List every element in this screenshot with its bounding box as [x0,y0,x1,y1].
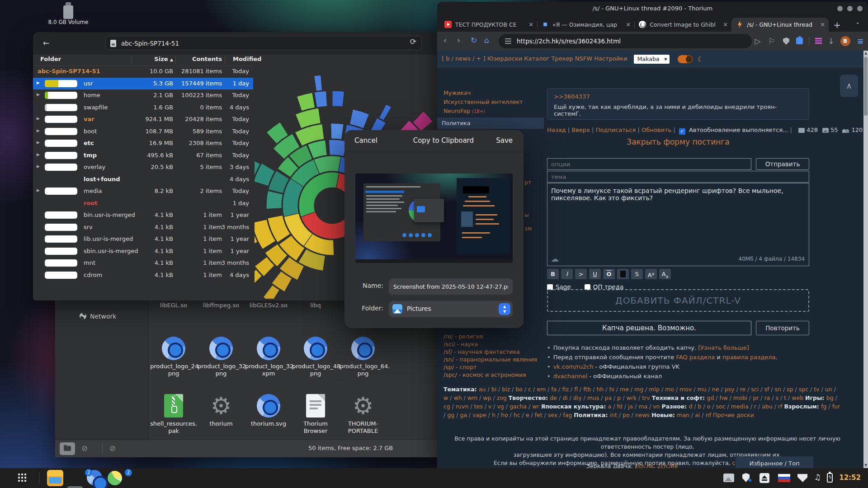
favorites-button[interactable]: Избранное / Топ тредов⟳ [736,456,813,468]
board-link[interactable]: spc [799,386,808,393]
board-link[interactable]: sf [764,386,769,393]
board-link[interactable]: int [610,412,617,418]
board-link[interactable]: mov [679,386,692,393]
analyzer-row-usr[interactable]: ▶usr5.3 GB157449 items1 day [33,78,253,90]
board-link[interactable]: wr [532,403,539,410]
analyzer-row-root[interactable]: root1 day [33,197,253,210]
style-select[interactable]: Makaba [634,55,670,64]
board-link[interactable]: re [740,386,746,393]
browser-tab-4[interactable]: /s/ - GNU+Linux thread✕ [731,18,829,32]
sidebar-board-link[interactable]: Искусственный интеллект [443,99,523,105]
file-label-partial[interactable]: libGLESv2.so [245,302,292,309]
file-item[interactable]: ⚙THORIUM-PORTABLE [340,394,387,435]
tray-eject-icon[interactable] [760,473,769,483]
profile-avatar[interactable]: B [840,36,850,46]
cancel-button[interactable]: Cancel [354,136,377,145]
scroll-to-top-button[interactable]: ∧ [840,75,858,97]
board-link[interactable]: mlp [649,386,660,393]
board-link[interactable]: soc [716,403,726,410]
chart-segment[interactable] [332,91,344,107]
board-link[interactable]: ftb [583,386,591,393]
chart-segment[interactable] [314,91,327,107]
mirror-link[interactable]: 2ch.life [657,463,678,468]
format-button-Aa[interactable]: Aa [659,269,671,279]
save-button[interactable]: Save [496,136,513,145]
board-link[interactable]: sci [751,386,759,393]
sidebar-board-link[interactable]: /spc/ - космос и астрономия [443,371,526,378]
window-close-button[interactable] [857,6,863,11]
chart-segment[interactable] [379,104,392,121]
board-link[interactable]: sp [787,386,793,393]
analyzer-row-cdrom[interactable]: cdrom4.1 kB1 item4 days [33,269,253,282]
format-button-O[interactable]: O [603,269,615,279]
board-link[interactable]: sn [774,386,781,393]
board-link[interactable]: pr [753,394,759,401]
col-contents[interactable]: Contents [178,56,222,62]
adblock-shield-icon[interactable] [783,38,789,45]
note-link[interactable]: vk.com/ru2ch [553,363,594,370]
board-link[interactable]: hi [609,386,614,393]
analyzer-row-home[interactable]: ▶home2.1 GB100223 itemsToday [33,89,253,102]
format-button-spoiler[interactable] [617,269,629,279]
board-link[interactable]: fa [551,386,557,393]
board-link[interactable]: wm [467,394,477,401]
board-link[interactable]: vg [497,403,504,410]
folder-stepper-icon[interactable]: ▲▼ [499,303,510,315]
format-button-U[interactable]: U [589,269,601,279]
thread-action-link[interactable]: Обновить [642,127,671,133]
taskbar-disk-analyzer-icon[interactable] [108,471,122,485]
sidebar-board-link[interactable]: NeuroFap (18+) [443,108,485,114]
analyzer-row-lib.usr-is-merged[interactable]: lib.usr-is-merged4.1 kB1 item1 year [33,233,253,245]
wifi-icon[interactable] [797,474,807,482]
forward-nav-icon[interactable]: › [457,36,460,45]
col-size[interactable]: Size ▲ [137,56,173,62]
file-label-partial[interactable]: libq [292,302,339,309]
board-link[interactable]: mus [587,394,599,401]
board-link[interactable]: cg [443,403,450,410]
analyzer-row-media[interactable]: ▶media8.2 kB2 itemsToday [33,185,253,197]
chart-segment[interactable] [331,123,344,139]
board-link[interactable]: vape [472,412,486,418]
thread-action-link[interactable]: Назад [547,127,566,133]
board-link[interactable]: fet [535,412,542,418]
board-link[interactable]: w [443,394,448,401]
navbar-link[interactable]: Настройки [592,55,627,62]
board-link[interactable]: de [550,394,557,401]
window-maximize-button[interactable] [847,6,853,11]
board-link[interactable]: ja [628,403,633,410]
board-link[interactable]: Прочие доски [713,412,754,418]
subject-input[interactable] [547,171,809,183]
board-link[interactable]: fl [574,386,578,393]
board-link[interactable]: mobi [733,394,747,401]
tab-close-icon[interactable]: ✕ [723,18,728,32]
file-item[interactable]: product_logo_48.png [292,337,339,377]
analyzer-row-mnt[interactable]: mnt4.1 kB1 item3 months [33,257,253,269]
analyzer-row-tmp[interactable]: ▶tmp495.6 kB67 itemsToday [33,150,253,162]
boards-prefix[interactable]: [ b / news / + ] [442,55,485,62]
board-link[interactable]: mo [665,386,674,393]
back-button[interactable]: ← [39,37,53,49]
board-link[interactable]: diy [573,394,582,401]
note-link[interactable]: правила раздела [722,354,776,361]
file-item[interactable]: shell_resources.pak [150,394,197,435]
refresh-icon[interactable]: ⟳ [410,37,416,46]
analyzer-row-swapfile[interactable]: swapfile1.6 GB0 items4 days [33,102,253,114]
board-link[interactable]: em [537,386,546,393]
board-link[interactable]: mg [634,386,643,393]
file-item[interactable]: product_logo_24.png [150,337,197,377]
analyzer-row-overlay[interactable]: ▶overlay20.5 kB5 items3 days [33,161,253,174]
reload-icon[interactable]: ↻ [471,36,477,45]
file-item[interactable]: thorium.svg [245,394,292,427]
board-link[interactable]: bg [826,394,834,401]
board-link[interactable]: media [731,403,749,410]
note-link[interactable]: FAQ раздела [676,354,715,361]
theme-toggle[interactable] [678,55,693,63]
send-tab-icon[interactable]: ▷ [755,32,760,51]
board-link[interactable]: bo [515,386,523,393]
navbar-link[interactable]: Каталог [522,55,549,62]
tab-close-icon[interactable]: ✕ [528,18,533,32]
app-grid-icon[interactable] [18,474,27,483]
analyzer-row-etc[interactable]: ▶etc16.9 MB2308 itemsToday [33,137,253,150]
submit-button[interactable]: Отправить [756,158,809,170]
thread-action-link[interactable]: Вверх [571,127,590,133]
